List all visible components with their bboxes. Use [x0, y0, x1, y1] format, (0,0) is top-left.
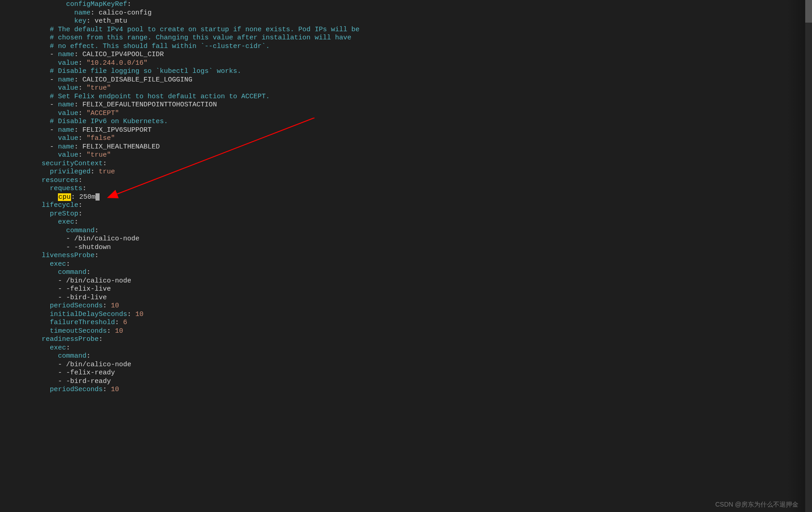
code-line: cpu: 250m [0, 193, 812, 202]
code-line: - /bin/calico-node [0, 361, 812, 369]
code-line: securityContext: [0, 160, 812, 168]
code-line: preStop: [0, 210, 812, 219]
code-line: value: "10.244.0.0/16" [0, 59, 812, 68]
code-line: readinessProbe: [0, 335, 812, 344]
code-line: exec: [0, 260, 812, 269]
code-line: # Set Felix endpoint to host default act… [0, 93, 812, 101]
code-line: periodSeconds: 10 [0, 386, 812, 394]
code-line: exec: [0, 344, 812, 353]
code-line: value: "true" [0, 151, 812, 160]
code-line: - /bin/calico-node [0, 277, 812, 286]
code-line: # no effect. This should fall within `--… [0, 43, 812, 51]
code-line: configMapKeyRef: [0, 0, 812, 9]
vertical-scrollbar[interactable] [805, 0, 812, 512]
code-line: - /bin/calico-node [0, 235, 812, 244]
code-line: resources: [0, 177, 812, 185]
code-line: - -shutdown [0, 244, 812, 252]
scrollbar-thumb[interactable] [805, 0, 812, 23]
code-line: periodSeconds: 10 [0, 302, 812, 311]
code-line: failureThreshold: 6 [0, 319, 812, 327]
code-line: command: [0, 268, 812, 277]
scrollbar-shadow [787, 0, 805, 512]
code-line: - -bird-ready [0, 378, 812, 386]
code-line: exec: [0, 218, 812, 227]
code-line: initialDelaySeconds: 10 [0, 311, 812, 319]
code-line: - name: CALICO_DISABLE_FILE_LOGGING [0, 76, 812, 85]
search-highlight: cpu [58, 193, 71, 201]
code-line: - name: FELIX_HEALTHENABLED [0, 143, 812, 152]
code-line: command: [0, 352, 812, 361]
code-line: value: "true" [0, 84, 812, 93]
code-line: value: "false" [0, 134, 812, 143]
code-line: - -bird-live [0, 294, 812, 302]
code-line: command: [0, 227, 812, 235]
code-editor[interactable]: configMapKeyRef: name: calico-config key… [0, 0, 812, 395]
code-line: value: "ACCEPT" [0, 110, 812, 118]
code-line: - -felix-live [0, 285, 812, 294]
code-line: # chosen from this range. Changing this … [0, 34, 812, 43]
code-line: key: veth_mtu [0, 17, 812, 26]
code-line: # The default IPv4 pool to create on sta… [0, 26, 812, 34]
code-line: requests: [0, 185, 812, 193]
code-line: privileged: true [0, 168, 812, 177]
code-line: lifecycle: [0, 201, 812, 210]
code-line: name: calico-config [0, 9, 812, 18]
cursor-icon [96, 193, 100, 201]
watermark: CSDN @房东为什么不退押金 [715, 500, 798, 509]
code-line: livenessProbe: [0, 252, 812, 260]
code-line: - -felix-ready [0, 369, 812, 378]
code-line: # Disable IPv6 on Kubernetes. [0, 118, 812, 126]
code-line: - name: CALICO_IPV4POOL_CIDR [0, 51, 812, 59]
code-line: timeoutSeconds: 10 [0, 327, 812, 336]
code-line: - name: FELIX_IPV6SUPPORT [0, 126, 812, 135]
code-line: - name: FELIX_DEFAULTENDPOINTTOHOSTACTIO… [0, 101, 812, 110]
code-line: # Disable file logging so `kubectl logs`… [0, 67, 812, 76]
